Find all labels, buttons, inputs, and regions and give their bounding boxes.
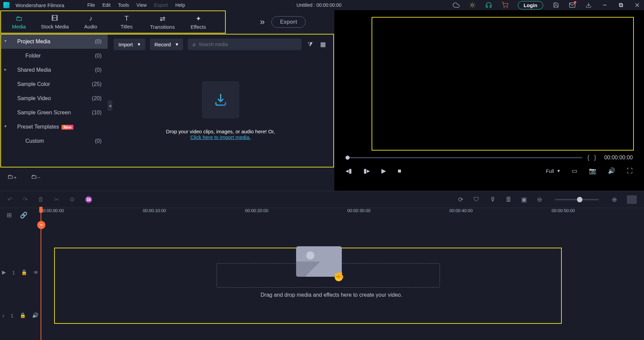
prev-frame-button[interactable]: ◂▮ <box>346 167 352 175</box>
export-button[interactable]: Export <box>271 16 306 28</box>
import-dropdown[interactable]: Import▾ <box>114 39 145 50</box>
cart-icon[interactable] <box>502 2 508 8</box>
seek-thumb[interactable] <box>346 156 350 160</box>
redo-icon[interactable]: ↷ <box>23 196 28 203</box>
seek-bar: { } 00:00:00:00 <box>339 151 639 164</box>
marker-icon[interactable]: 🛡 <box>473 196 480 203</box>
tab-titles[interactable]: TTitles <box>109 11 145 33</box>
app-name: Wondershare Filmora <box>16 2 64 8</box>
mark-in-button[interactable]: { <box>587 154 589 161</box>
sidebar-item-custom[interactable]: Custom(0) <box>1 134 108 148</box>
mail-icon[interactable] <box>569 2 576 8</box>
menu-help[interactable]: Help <box>175 2 185 8</box>
zoom-thumb[interactable] <box>577 197 582 202</box>
tab-stock-media[interactable]: 🎞Stock Media <box>37 11 73 33</box>
play-button[interactable]: ▶ <box>381 167 386 175</box>
display-icon[interactable]: ▭ <box>572 167 577 175</box>
sidebar-item-preset-templates[interactable]: ▾Preset TemplatesNew <box>1 120 108 134</box>
svg-point-1 <box>504 7 505 8</box>
voiceover-icon[interactable]: 🎙 <box>490 196 496 203</box>
sidebar-item-sample-color[interactable]: Sample Color(25) <box>1 77 108 91</box>
cloud-icon[interactable] <box>453 2 460 8</box>
film-icon: 🎞 <box>51 15 58 22</box>
audio-track-controls: ♪1 🔒 🔊 <box>2 312 39 318</box>
menu-view[interactable]: View <box>136 2 147 8</box>
seek-track[interactable] <box>346 157 582 158</box>
tab-audio[interactable]: ♪Audio <box>73 11 109 33</box>
menu-file[interactable]: File <box>87 2 95 8</box>
search-input[interactable] <box>199 42 297 47</box>
search-icon: ⌕ <box>193 41 196 47</box>
timeline-toolbar: ↶ ↷ 🗑 ✂ ⚙ ♒ ⟳ 🛡 🎙 ≣ ▣ ⊖ ⊕ <box>0 191 644 208</box>
support-icon[interactable] <box>485 2 492 8</box>
idea-icon[interactable] <box>469 2 476 8</box>
mute-icon[interactable]: 🔊 <box>32 312 39 318</box>
delete-icon[interactable]: 🗑 <box>38 196 44 203</box>
sidebar-item-sample-video[interactable]: Sample Video(20) <box>1 91 108 106</box>
minimize-icon[interactable] <box>601 2 608 8</box>
folder-icon: 🗀 <box>16 15 22 22</box>
login-button[interactable]: Login <box>518 1 543 9</box>
video-track-icon: ▶ <box>2 269 6 275</box>
preview-timecode: 00:00:00:00 <box>604 155 633 161</box>
audio-wave-icon[interactable]: ♒ <box>85 196 92 203</box>
menu-export[interactable]: Export <box>154 2 168 8</box>
playback-controls: ◂▮ ▮▸ ▶ ■ Full▾ ▭ 📷 🔊 ⛶ <box>339 164 639 177</box>
zoom-fit-button[interactable] <box>627 196 637 204</box>
media-bottom-icons: 🗀₊ 🗀₋ <box>0 168 334 185</box>
play-pause-button[interactable]: ▮▸ <box>363 167 370 175</box>
mark-out-button[interactable]: } <box>594 154 596 161</box>
add-track-icon[interactable]: ⊞ <box>7 211 12 219</box>
settings-icon[interactable]: ⚙ <box>69 196 75 203</box>
sidebar-item-folder[interactable]: Folder(0) <box>1 49 108 63</box>
sidebar-item-shared-media[interactable]: ▸Shared Media(0) <box>1 63 108 77</box>
sidebar-item-project-media[interactable]: ▾Project Media(0) <box>1 35 108 49</box>
stop-button[interactable]: ■ <box>398 167 401 175</box>
quality-dropdown[interactable]: Full▾ <box>546 168 560 174</box>
grid-view-icon[interactable]: ▦ <box>319 39 327 49</box>
maximize-icon[interactable] <box>618 2 624 8</box>
timeline-ruler[interactable]: ✂ 00:00:00:00 00:00:10:00 00:00:20:00 00… <box>41 208 644 209</box>
sidebar-item-sample-green-screen[interactable]: Sample Green Screen(10) <box>1 106 108 120</box>
filter-icon[interactable]: ⧩ <box>306 40 314 49</box>
menu-edit[interactable]: Edit <box>103 2 111 8</box>
record-dropdown[interactable]: Record▾ <box>150 39 183 50</box>
volume-icon[interactable]: 🔊 <box>608 167 615 175</box>
drop-zone-text: Drop your video clips, images, or audio … <box>166 129 275 140</box>
zoom-slider[interactable] <box>555 199 599 200</box>
sparkle-icon: ✦ <box>196 15 201 23</box>
tab-transitions[interactable]: ⇄Transitions <box>145 11 180 33</box>
tab-media[interactable]: 🗀Media <box>1 11 37 33</box>
media-sidebar: ▾Project Media(0) Folder(0) ▸Shared Medi… <box>1 35 108 167</box>
media-drop-zone[interactable]: Drop your video clips, images, or audio … <box>108 54 333 167</box>
snapshot-icon[interactable]: 📷 <box>589 167 596 175</box>
fullscreen-icon[interactable]: ⛶ <box>627 167 633 175</box>
remove-folder-icon[interactable]: 🗀₋ <box>30 172 42 182</box>
visibility-icon[interactable]: 👁 <box>34 270 39 275</box>
scissors-icon[interactable]: ✂ <box>37 221 45 229</box>
new-badge: New <box>62 125 73 130</box>
undo-icon[interactable]: ↶ <box>7 196 13 203</box>
download-icon[interactable] <box>585 2 592 8</box>
mixer-icon[interactable]: ≣ <box>506 196 511 203</box>
close-icon[interactable] <box>634 2 641 8</box>
snap-icon[interactable]: ▣ <box>521 196 527 203</box>
menu-tools[interactable]: Tools <box>118 2 129 8</box>
save-icon[interactable] <box>553 2 559 8</box>
more-tabs-button[interactable]: » <box>260 17 265 27</box>
search-box[interactable]: ⌕ <box>188 39 302 50</box>
lock-icon[interactable]: 🔒 <box>21 269 27 275</box>
transition-icon: ⇄ <box>160 15 165 23</box>
render-icon[interactable]: ⟳ <box>458 196 463 203</box>
collapse-sidebar-button[interactable]: ◀ <box>108 100 112 111</box>
playhead[interactable]: ✂ <box>41 208 41 340</box>
zoom-in-icon[interactable]: ⊕ <box>612 196 617 203</box>
track-area[interactable]: ▶1 🔒 👁 ♪1 🔒 🔊 ✊ Drag and drop media and … <box>0 226 644 338</box>
zoom-out-icon[interactable]: ⊖ <box>537 196 542 203</box>
add-folder-icon[interactable]: 🗀₊ <box>6 172 18 182</box>
split-icon[interactable]: ✂ <box>54 196 59 203</box>
link-icon[interactable]: 🔗 <box>20 211 27 219</box>
lock-icon[interactable]: 🔒 <box>20 312 26 318</box>
import-media-link[interactable]: Click here to import media. <box>190 134 250 140</box>
tab-effects[interactable]: ✦Effects <box>180 11 216 33</box>
